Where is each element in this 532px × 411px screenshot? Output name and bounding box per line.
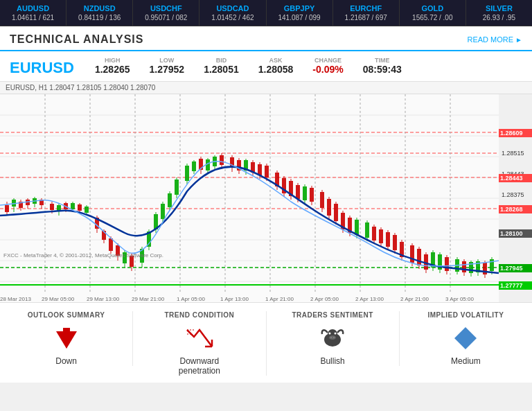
arrow-down-icon	[53, 324, 80, 352]
svg-text:1 Apr 21:00: 1 Apr 21:00	[265, 296, 294, 302]
svg-text:1.28515: 1.28515	[502, 150, 524, 157]
svg-rect-109	[310, 188, 314, 202]
indicators-section: OUTLOOK SUMMARY Down TREND CONDITION Dow…	[0, 302, 532, 383]
bull-icon	[319, 324, 346, 352]
svg-rect-111	[320, 192, 324, 208]
svg-rect-121	[355, 220, 359, 235]
svg-rect-55	[109, 238, 113, 251]
stat-high: HIGH 1.28265	[95, 57, 130, 76]
stat-ask: ASK 1.28058	[258, 57, 294, 76]
svg-marker-200	[454, 327, 477, 349]
svg-text:3 Apr 05:00: 3 Apr 05:00	[445, 296, 474, 302]
ticker-item-audusd[interactable]: AUDUSD1.04611 / 621	[0, 0, 66, 26]
svg-text:1.28268: 1.28268	[500, 206, 523, 213]
ticker-item-nzdusd[interactable]: NZDUSD0.84119 / 136	[66, 0, 133, 26]
svg-rect-49	[85, 207, 89, 213]
svg-text:1.27945: 1.27945	[500, 265, 523, 272]
svg-rect-115	[334, 204, 338, 221]
svg-rect-145	[445, 257, 449, 271]
indicator-outlook-value: Down	[7, 356, 125, 366]
trend-down-icon	[186, 324, 213, 352]
chart-info-bar: EURUSD, H1 1.28047 1.28105 1.28040 1.280…	[0, 82, 532, 94]
chart-svg: 1.28609 1.28515 1.28443 1.28375 1.28609 …	[0, 94, 532, 302]
svg-text:1.28375: 1.28375	[502, 191, 524, 198]
svg-rect-27	[5, 205, 9, 212]
symbol-name: EURUSD	[10, 60, 74, 76]
indicator-trend: TREND CONDITION Downward penetration	[133, 311, 266, 376]
svg-point-199	[333, 337, 335, 338]
svg-rect-39	[50, 204, 54, 210]
svg-rect-75	[185, 166, 189, 181]
chart-svg-area: 1.28609 1.28515 1.28443 1.28375 1.28609 …	[0, 94, 532, 302]
ticker-item-gbpjpy[interactable]: GBPJPY141.087 / 099	[267, 0, 333, 26]
indicator-volatility: IMPLIED VOLATILITY Medium	[400, 311, 532, 366]
indicator-volatility-label: IMPLIED VOLATILITY	[407, 311, 525, 319]
svg-text:FXCC - MetaTrader 4, © 2001-20: FXCC - MetaTrader 4, © 2001-2012, MetaQu…	[3, 252, 163, 259]
read-more-arrow-icon: ►	[515, 36, 522, 44]
svg-rect-129	[386, 232, 390, 247]
indicator-trend-label: TREND CONDITION	[140, 311, 258, 319]
chart-container: EURUSD, H1 1.28047 1.28105 1.28040 1.280…	[0, 82, 532, 302]
svg-rect-131	[393, 235, 397, 250]
read-more-link[interactable]: READ MORE ►	[467, 35, 522, 44]
ticker-item-usdchf[interactable]: USDCHF0.95071 / 082	[133, 0, 200, 26]
svg-rect-97	[265, 166, 269, 177]
svg-point-198	[330, 337, 332, 338]
svg-rect-85	[220, 155, 224, 165]
svg-rect-71	[168, 193, 172, 207]
svg-rect-149	[462, 261, 466, 272]
ticker-item-usdcad[interactable]: USDCAD1.01452 / 462	[200, 0, 266, 26]
stats-group: HIGH 1.28265 LOW 1.27952 BID 1.28051 ASK…	[95, 57, 402, 76]
svg-text:1 Apr 13:00: 1 Apr 13:00	[220, 296, 249, 302]
svg-text:1.27777: 1.27777	[500, 282, 523, 289]
indicator-volatility-value: Medium	[407, 356, 525, 366]
ta-header: TECHNICAL ANALYSIS READ MORE ►	[0, 26, 532, 51]
symbol-row: EURUSD HIGH 1.28265 LOW 1.27952 BID 1.28…	[0, 51, 532, 82]
svg-text:29 Mar 21:00: 29 Mar 21:00	[132, 296, 165, 302]
svg-rect-137	[417, 249, 421, 265]
indicator-sentiment-label: TRADERS SENTIMENT	[274, 311, 392, 319]
stat-change: CHANGE -0.09%	[312, 57, 343, 76]
indicator-sentiment-value: Bullish	[274, 356, 392, 366]
ticker-bar: AUDUSD1.04611 / 621NZDUSD0.84119 / 136US…	[0, 0, 532, 26]
indicators-row: OUTLOOK SUMMARY Down TREND CONDITION Dow…	[0, 311, 532, 376]
svg-text:2 Apr 21:00: 2 Apr 21:00	[400, 296, 429, 302]
ticker-item-silver[interactable]: SILVER26.93 / .95	[466, 0, 532, 26]
indicator-trend-value: Downward penetration	[140, 356, 258, 376]
stat-low: LOW 1.27952	[150, 57, 185, 76]
indicator-sentiment: TRADERS SENTIMENT Bullish	[267, 311, 400, 366]
svg-point-195	[329, 332, 331, 334]
svg-point-197	[329, 335, 336, 340]
svg-rect-105	[296, 185, 300, 199]
svg-text:1.28609: 1.28609	[500, 130, 523, 137]
svg-text:2 Apr 13:00: 2 Apr 13:00	[355, 296, 384, 302]
svg-rect-45	[71, 203, 75, 209]
svg-rect-47	[78, 204, 82, 211]
svg-rect-113	[327, 199, 331, 216]
svg-rect-107	[303, 186, 307, 200]
svg-rect-127	[379, 229, 383, 243]
svg-rect-155	[483, 263, 487, 274]
svg-rect-188	[63, 328, 70, 338]
ticker-item-gold[interactable]: GOLD1565.72 / .00	[400, 0, 466, 26]
indicator-outlook: OUTLOOK SUMMARY Down	[0, 311, 133, 366]
svg-rect-125	[372, 227, 376, 241]
stat-time: TIME 08:59:43	[363, 57, 402, 76]
svg-point-196	[335, 332, 337, 334]
svg-rect-77	[192, 161, 196, 171]
svg-rect-123	[365, 222, 369, 238]
indicator-outlook-label: OUTLOOK SUMMARY	[7, 311, 125, 319]
svg-text:28 Mar 2013: 28 Mar 2013	[0, 296, 31, 302]
svg-text:29 Mar 05:00: 29 Mar 05:00	[42, 296, 75, 302]
svg-text:1.28443: 1.28443	[500, 175, 523, 182]
svg-text:29 Mar 13:00: 29 Mar 13:00	[87, 296, 120, 302]
ticker-item-eurchf[interactable]: EURCHF1.21687 / 697	[333, 0, 400, 26]
diamond-icon	[452, 324, 479, 352]
svg-text:1 Apr 05:00: 1 Apr 05:00	[177, 296, 205, 302]
ta-title: TECHNICAL ANALYSIS	[10, 33, 143, 46]
stat-bid: BID 1.28051	[204, 57, 239, 76]
svg-rect-73	[175, 180, 179, 195]
svg-text:2 Apr 05:00: 2 Apr 05:00	[310, 296, 339, 302]
svg-text:1.28100: 1.28100	[500, 230, 523, 237]
svg-rect-69	[161, 204, 165, 219]
